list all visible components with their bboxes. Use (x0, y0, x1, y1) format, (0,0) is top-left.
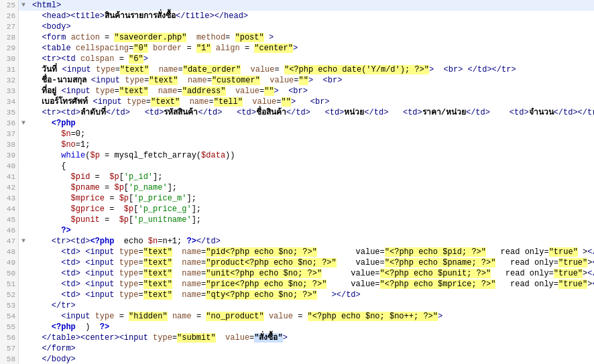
line-number: 26 (0, 11, 19, 21)
code-line: 54 <input type = "hidden" name = "no_pro… (0, 311, 594, 322)
line-number: 49 (0, 257, 19, 268)
code-content: $gprice = $p['p_price_g']; (31, 204, 594, 215)
code-line: 28 <form action = "saveorder.php" method… (0, 32, 594, 43)
line-number: 30 (0, 54, 19, 64)
code-content: <tr><td>ลำดับที่</td> <td>รหัสสินค้า</td… (31, 107, 594, 118)
line-number: 38 (0, 139, 19, 150)
line-number: 50 (0, 268, 19, 279)
line-number: 34 (0, 97, 19, 107)
code-line: 51 <td> <input type="text" name="price<?… (0, 279, 594, 290)
code-line: 41 $pid = $p['p_id']; (0, 172, 594, 182)
code-line: 30 <tr><td colspan = "6"> (0, 54, 594, 64)
code-line: 55 <?php ) ?> (0, 322, 594, 332)
line-number: 46 (0, 225, 19, 236)
code-line: 35 <tr><td>ลำดับที่</td> <td>รหัสสินค้า<… (0, 107, 594, 118)
code-line: 50 <td> <input type="text" name="unit<?p… (0, 268, 594, 279)
code-content: <td> <input type="text" name="pid<?php e… (31, 247, 594, 257)
line-number: 40 (0, 161, 19, 172)
line-number: 32 (0, 75, 19, 86)
code-line: 36▼ <?php (0, 118, 594, 129)
code-line: 57 </form> (0, 343, 594, 354)
code-content: $mprice = $p['p_price_m']; (31, 193, 594, 204)
line-number: 51 (0, 279, 19, 290)
code-line: 56 </table><center><input type="submit" … (0, 332, 594, 343)
code-content: </table><center><input type="submit" val… (31, 332, 594, 343)
line-number: 28 (0, 32, 19, 43)
code-content: <tr><td colspan = "6"> (31, 54, 594, 64)
line-number: 35 (0, 107, 19, 118)
code-line: 44 $gprice = $p['p_price_g']; (0, 204, 594, 215)
line-number: 25 (0, 0, 19, 11)
code-editor: 25▼<html>26 <head><title>สินค้านรายการสั… (0, 0, 594, 364)
code-content: <?php ) ?> (31, 322, 594, 332)
code-content: </body> (31, 354, 594, 364)
line-number: 56 (0, 332, 19, 343)
code-content: $n=0; (31, 129, 594, 139)
code-content: $pname = $p['p_name']; (31, 182, 594, 193)
code-content: <input type = "hidden" name = "no_produc… (31, 311, 594, 322)
code-line: 42 $pname = $p['p_name']; (0, 182, 594, 193)
fold-arrow[interactable]: ▼ (21, 236, 31, 247)
code-line: 29 <table cellspacing="0" border = "1" a… (0, 43, 594, 54)
fold-arrow[interactable]: ▼ (21, 0, 31, 11)
code-content: <td> <input type="text" name="product<?p… (31, 257, 594, 268)
code-line: 53 </tr> (0, 300, 594, 311)
code-content: $punit = $p['p_unitname']; (31, 215, 594, 225)
code-content: <tr><td><?php echo $n=n+1; ?></td> (31, 236, 594, 247)
code-line: 25▼<html> (0, 0, 594, 11)
line-number: 29 (0, 43, 19, 54)
code-line: 31 วันที่ <input type="text" name="date_… (0, 64, 594, 75)
code-content: <td> <input type="text" name="qty<?php e… (31, 290, 594, 300)
code-content: </form> (31, 343, 594, 354)
code-line: 37 $n=0; (0, 129, 594, 139)
line-number: 48 (0, 247, 19, 257)
line-number: 52 (0, 290, 19, 300)
fold-arrow[interactable]: ▼ (21, 118, 31, 129)
code-line: 40 { (0, 161, 594, 172)
code-content: ที่อยู่ <input type="text" name="address… (31, 86, 594, 97)
code-content: ?> (31, 225, 594, 236)
code-line: 26 <head><title>สินค้านรายการสั่งซื้อ</t… (0, 11, 594, 21)
line-number: 42 (0, 182, 19, 193)
line-number: 41 (0, 172, 19, 182)
code-content: <table cellspacing="0" border = "1" alig… (31, 43, 594, 54)
code-line: 48 <td> <input type="text" name="pid<?ph… (0, 247, 594, 257)
code-line: 52 <td> <input type="text" name="qty<?ph… (0, 290, 594, 300)
code-line: 45 $punit = $p['p_unitname']; (0, 215, 594, 225)
line-number: 33 (0, 86, 19, 97)
code-content: while($p = mysql_fetch_array($data)) (31, 150, 594, 161)
line-number: 55 (0, 322, 19, 332)
line-number: 44 (0, 204, 19, 215)
code-line: 33 ที่อยู่ <input type="text" name="addr… (0, 86, 594, 97)
code-line: 47▼ <tr><td><?php echo $n=n+1; ?></td> (0, 236, 594, 247)
code-line: 49 <td> <input type="text" name="product… (0, 257, 594, 268)
line-number: 39 (0, 150, 19, 161)
line-number: 57 (0, 343, 19, 354)
code-content: <body> (31, 21, 594, 32)
code-content: $pid = $p['p_id']; (31, 172, 594, 182)
code-content: { (31, 161, 594, 172)
code-content: <html> (31, 0, 594, 11)
code-line: 32 ชื่อ-นามสกุล <input type="text" name=… (0, 75, 594, 86)
line-number: 53 (0, 300, 19, 311)
line-number: 54 (0, 311, 19, 322)
code-line: 39 while($p = mysql_fetch_array($data)) (0, 150, 594, 161)
line-number: 58 (0, 354, 19, 364)
line-number: 36 (0, 118, 19, 129)
code-line: 38 $no=1; (0, 139, 594, 150)
code-line: 27 <body> (0, 21, 594, 32)
code-content: <td> <input type="text" name="price<?php… (31, 279, 594, 290)
code-line: 34 เบอร์โทรศัพท์ <input type="text" name… (0, 97, 594, 107)
code-line: 46 ?> (0, 225, 594, 236)
code-line: 58 </body> (0, 354, 594, 364)
code-content: $no=1; (31, 139, 594, 150)
code-content: <?php (31, 118, 594, 129)
code-line: 43 $mprice = $p['p_price_m']; (0, 193, 594, 204)
code-content: </tr> (31, 300, 594, 311)
code-content: เบอร์โทรศัพท์ <input type="text" name="t… (31, 97, 594, 107)
code-content: <form action = "saveorder.php" method= "… (31, 32, 594, 43)
line-number: 27 (0, 21, 19, 32)
line-number: 43 (0, 193, 19, 204)
code-content: <head><title>สินค้านรายการสั่งซื้อ</titl… (31, 11, 594, 21)
code-content: ชื่อ-นามสกุล <input type="text" name="cu… (31, 75, 594, 86)
